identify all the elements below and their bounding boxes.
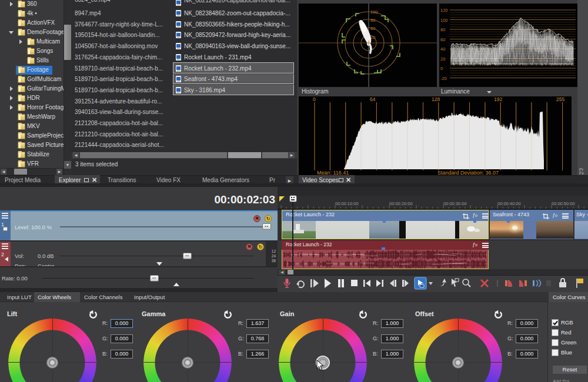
svg-text:0: 0: [313, 96, 316, 102]
svg-text:100: 100: [370, 9, 378, 15]
svg-text:128: 128: [432, 96, 440, 102]
svg-text:255: 255: [556, 96, 564, 102]
svg-text:20: 20: [440, 56, 445, 62]
svg-text:60: 60: [370, 26, 375, 31]
svg-text:100: 100: [440, 18, 448, 23]
svg-text:80: 80: [370, 18, 375, 23]
svg-text:80: 80: [440, 27, 445, 32]
svg-text:60: 60: [440, 37, 445, 42]
svg-text:120: 120: [440, 8, 448, 13]
svg-text:40: 40: [440, 46, 445, 52]
svg-text:20: 20: [370, 35, 375, 40]
svg-text:0: 0: [440, 66, 443, 71]
svg-text:192: 192: [494, 96, 502, 102]
svg-text:-20: -20: [440, 76, 447, 81]
svg-text:64: 64: [370, 96, 376, 102]
